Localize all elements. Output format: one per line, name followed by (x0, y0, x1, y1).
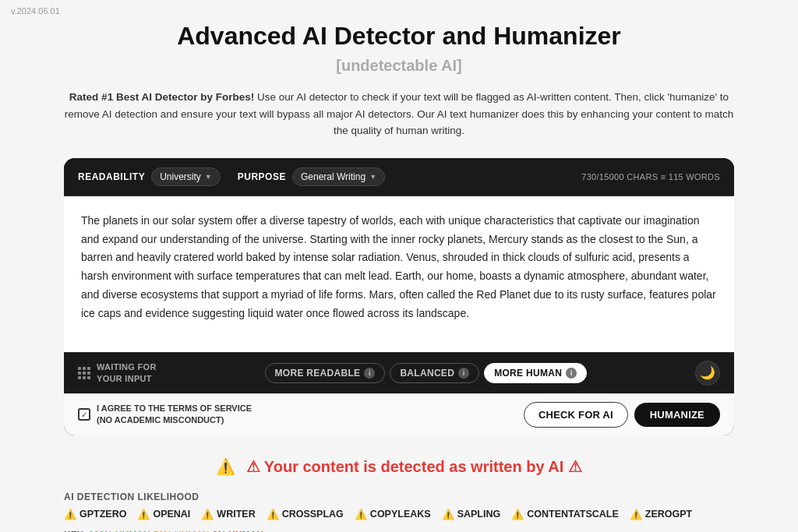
list-item: ⚠️ GPTZERO (64, 509, 126, 520)
warning-icon-sapling: ⚠️ (442, 509, 454, 520)
warning-icon-copyleaks: ⚠️ (355, 509, 367, 520)
balanced-info-icon: i (458, 368, 469, 379)
page-title: Advanced AI Detector and Humanizer (64, 22, 734, 51)
readability-label: READABILITY (78, 171, 145, 182)
list-item: ⚠️ OPENAI (137, 509, 190, 520)
check-ai-button[interactable]: CHECK FOR AI (524, 402, 628, 428)
warning-icon-writer: ⚠️ (201, 509, 214, 520)
warning-icon-crossplag: ⚠️ (267, 509, 279, 520)
readability-dropdown[interactable]: University ▼ (151, 167, 221, 186)
header-controls: READABILITY University ▼ PURPOSE General… (78, 167, 385, 186)
list-item: ⚠️ WRITER (201, 509, 255, 520)
page-description: Rated #1 Best AI Detector by Forbes! Use… (64, 89, 734, 139)
list-item: ⚠️ COPYLEAKS (355, 509, 431, 520)
editor-area[interactable]: The planets in our solar system offer a … (64, 196, 734, 352)
grid-icon (78, 367, 90, 379)
purpose-section: PURPOSE General Writing ▼ (238, 167, 385, 186)
editor-text: The planets in our solar system offer a … (81, 212, 717, 323)
purpose-arrow-icon: ▼ (369, 173, 376, 181)
card-footer: ✓ I AGREE TO THE TERMS OF SERVICE (NO AC… (64, 393, 734, 435)
version-label: v.2024.06.01 (0, 0, 798, 22)
warning-icon-left: ⚠️ (216, 458, 235, 475)
card-header: READABILITY University ▼ PURPOSE General… (64, 158, 734, 196)
list-item: ⚠️ CROSSPLAG (267, 509, 344, 520)
list-item: ⚠️ ZEROGPT (630, 509, 692, 520)
list-item: ⚠️ CONTENTATSCALE (511, 509, 619, 520)
page-subtitle: [undetectable AI] (64, 57, 734, 75)
terms-text: I AGREE TO THE TERMS OF SERVICE (NO ACAD… (97, 403, 252, 427)
warning-icon-zerogpt: ⚠️ (630, 509, 642, 520)
char-count: 730/15000 CHARS ≡ 115 WORDS (581, 172, 720, 181)
more-readable-button[interactable]: MORE READABLE i (265, 363, 386, 383)
main-card: READABILITY University ▼ PURPOSE General… (64, 158, 734, 435)
waiting-section: WAITING FORYOUR INPUT (78, 361, 157, 384)
detectors-row: ⚠️ GPTZERO ⚠️ OPENAI ⚠️ WRITER ⚠️ CROSSP… (64, 509, 734, 520)
purpose-label: PURPOSE (238, 171, 286, 182)
terms-section: ✓ I AGREE TO THE TERMS OF SERVICE (NO AC… (78, 403, 252, 427)
ai-detection-section: AI DETECTION LIKELIHOOD ⚠️ GPTZERO ⚠️ OP… (64, 491, 734, 532)
humanize-button[interactable]: HUMANIZE (634, 403, 720, 427)
ai-detection-label: AI DETECTION LIKELIHOOD (64, 491, 734, 502)
terms-checkbox[interactable]: ✓ (78, 408, 90, 421)
action-buttons: CHECK FOR AI HUMANIZE (524, 402, 720, 428)
mode-toolbar: WAITING FORYOUR INPUT MORE READABLE i BA… (64, 352, 734, 393)
warning-icon-contentatscale: ⚠️ (511, 509, 524, 520)
list-item: ⚠️ SAPLING (442, 509, 501, 520)
purpose-dropdown[interactable]: General Writing ▼ (292, 167, 385, 186)
waiting-text: WAITING FORYOUR INPUT (97, 361, 157, 384)
moon-icon: 🌙 (700, 365, 715, 380)
readability-arrow-icon: ▼ (205, 173, 212, 181)
more-human-button[interactable]: MORE HUMAN i (484, 363, 587, 383)
more-human-info-icon: i (566, 368, 577, 379)
warning-icon-openai: ⚠️ (137, 509, 150, 520)
balanced-button[interactable]: BALANCED i (390, 363, 479, 383)
warning-icon-gptzero: ⚠️ (64, 509, 76, 520)
detection-title: ⚠️ ⚠ Your content is detected as written… (64, 457, 734, 476)
more-readable-info-icon: i (364, 368, 375, 379)
mode-buttons: MORE READABLE i BALANCED i MORE HUMAN i (265, 363, 588, 383)
checkmark-icon: ✓ (81, 410, 87, 419)
readability-section: READABILITY University ▼ (78, 167, 221, 186)
dark-mode-button[interactable]: 🌙 (695, 361, 720, 386)
detection-result: ⚠️ ⚠ Your content is detected as written… (64, 457, 734, 476)
